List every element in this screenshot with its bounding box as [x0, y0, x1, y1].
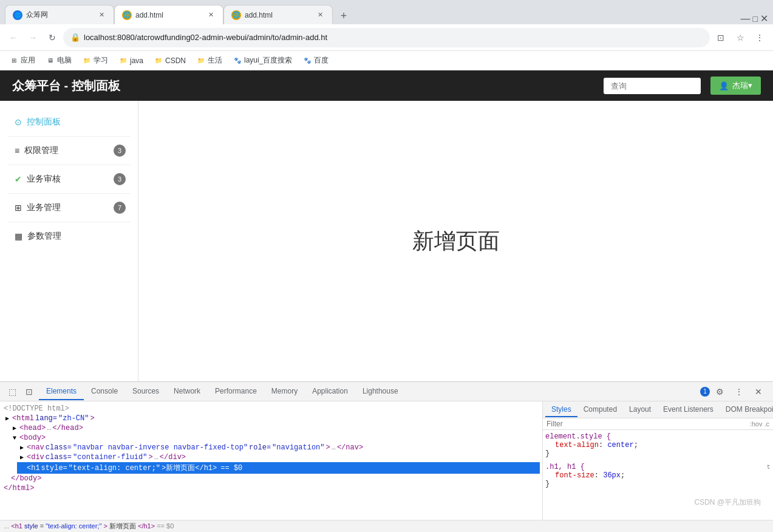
bookmark-java[interactable]: 📁 java — [114, 54, 148, 67]
devtools-tab-lighthouse[interactable]: Lighthouse — [355, 383, 406, 400]
user-icon: 👤 — [719, 81, 729, 90]
bookmark-study[interactable]: 📁 学习 — [78, 53, 113, 68]
body-expand[interactable]: ▼ — [11, 434, 18, 442]
sidebar-label-business-mgmt: 业务管理 — [27, 202, 61, 213]
search-input[interactable] — [604, 78, 701, 94]
new-tab-button[interactable]: + — [335, 7, 352, 24]
tab-2[interactable]: 🌐 add.html ✕ — [114, 5, 223, 24]
head-expand[interactable]: ▶ — [11, 425, 18, 432]
devtools-tab-bar: ⬚ ⊡ Elements Console Sources Network Per… — [0, 382, 773, 401]
bookmark-layui-label: layui_百度搜索 — [244, 55, 292, 66]
style-rule-element: element.style { text-align: center; } — [545, 432, 771, 458]
bookmark-baidu-label: 百度 — [314, 55, 329, 66]
devtools-html-panel[interactable]: <!DOCTYPE html> ▶ <html lang= "zh-CN" > … — [0, 401, 542, 520]
tab-close-3[interactable]: ✕ — [315, 10, 325, 20]
sidebar-label-dashboard: 控制面板 — [27, 117, 61, 128]
forward-button[interactable]: → — [24, 29, 41, 46]
main-content: 新增页面 — [138, 101, 773, 381]
close-icon[interactable]: ✕ — [760, 13, 768, 24]
devtools-tab-sources[interactable]: Sources — [125, 383, 166, 400]
bookmark-csdn[interactable]: 📁 CSDN — [149, 54, 191, 67]
bookmark-layui[interactable]: 🐾 layui_百度搜索 — [228, 53, 297, 68]
bookmark-computer-label: 电脑 — [57, 55, 72, 66]
csdn-folder-icon: 📁 — [154, 56, 163, 65]
tab-favicon-3: 🌐 — [231, 10, 241, 20]
style-source: t — [766, 463, 771, 471]
study-folder-icon: 📁 — [83, 56, 91, 65]
right-tab-layout[interactable]: Layout — [623, 403, 657, 417]
style-rule-h1: .h1, h1 { t font-size: 36px; } — [545, 463, 771, 488]
tab-favicon-2: 🌐 — [122, 10, 132, 20]
styles-filter-input[interactable] — [547, 420, 747, 428]
html-expand[interactable]: ▶ — [4, 415, 11, 422]
baidu-icon: 🐾 — [303, 56, 312, 65]
back-button[interactable]: ← — [5, 29, 22, 46]
devtools-tab-memory[interactable]: Memory — [264, 383, 305, 400]
security-icon: 🔒 — [70, 33, 80, 42]
tab-close-1[interactable]: ✕ — [97, 10, 106, 20]
devtools-tab-network[interactable]: Network — [166, 383, 208, 400]
html-line-body-close: </body> — [10, 474, 540, 483]
tab-3[interactable]: 🌐 add.html ✕ — [223, 5, 333, 24]
sidebar-item-params-mgmt[interactable]: ▦ 参数管理 — [7, 225, 131, 248]
tab-1[interactable]: 🌐 众筹网 ✕ — [5, 5, 114, 24]
devtools-close-icon[interactable]: ✕ — [751, 384, 766, 399]
devtools-panel: ⬚ ⊡ Elements Console Sources Network Per… — [0, 381, 773, 532]
nav-expand[interactable]: ▶ — [18, 444, 26, 451]
html-line-h1[interactable]: <h1 style= "text-align: center;" >新增页面</… — [17, 462, 540, 474]
notification-badge: 1 — [700, 387, 710, 397]
url-bar[interactable]: 🔒 localhost:8080/atcrowdfunding02-admin-… — [63, 28, 710, 47]
sidebar-item-permissions[interactable]: ≡ 权限管理 3 — [7, 139, 131, 162]
sidebar-label-permissions: 权限管理 — [24, 145, 58, 156]
sidebar-divider-4 — [7, 222, 131, 222]
user-button[interactable]: 👤 杰瑞▾ — [710, 77, 761, 95]
devtools-more-icon[interactable]: ⋮ — [732, 384, 746, 399]
app-navbar: 众筹平台 - 控制面板 👤 杰瑞▾ — [0, 70, 773, 101]
devtools-tab-application[interactable]: Application — [305, 383, 355, 400]
html-line-doctype: <!DOCTYPE html> — [2, 404, 540, 414]
html-line-head[interactable]: ▶ <head> … </head> — [10, 423, 540, 433]
pseudo-hint[interactable]: :hov .c — [750, 420, 769, 428]
sidebar-item-business-review[interactable]: ✔ 业务审核 3 — [7, 168, 131, 191]
bookmark-apps[interactable]: ⊞ 应用 — [5, 53, 40, 68]
bookmark-apps-label: 应用 — [21, 55, 35, 66]
life-folder-icon: 📁 — [197, 56, 205, 65]
devtools-tab-elements[interactable]: Elements — [39, 383, 84, 400]
right-tab-dom-breakpoints[interactable]: DOM Breakpoints — [720, 403, 773, 417]
devtools-tab-performance[interactable]: Performance — [208, 383, 264, 400]
cast-button[interactable]: ⊡ — [712, 29, 729, 46]
right-tab-computed[interactable]: Computed — [577, 403, 623, 417]
maximize-icon[interactable]: □ — [753, 14, 758, 24]
sidebar: ⊙ 控制面板 ≡ 权限管理 3 ✔ 业务审核 3 — [0, 101, 138, 381]
sidebar-label-business-review: 业务审核 — [27, 174, 61, 185]
bookmark-button[interactable]: ☆ — [732, 29, 749, 46]
sidebar-divider-2 — [7, 165, 131, 165]
tab-close-2[interactable]: ✕ — [206, 10, 216, 20]
html-line-html-open[interactable]: ▶ <html lang= "zh-CN" > — [2, 414, 540, 423]
sidebar-item-business-mgmt[interactable]: ⊞ 业务管理 7 — [7, 196, 131, 219]
html-line-body-open[interactable]: ▼ <body> — [10, 433, 540, 443]
html-line-nav[interactable]: ▶ <nav class= "navbar navbar-inverse nav… — [17, 443, 540, 452]
bookmark-baidu[interactable]: 🐾 百度 — [298, 53, 333, 68]
div-expand[interactable]: ▶ — [18, 454, 26, 461]
devtools-bottom-bar: ... <h1 style = "text-align: center;" > … — [0, 520, 773, 532]
right-panel-tabs: Styles Computed Layout Event Listeners D… — [543, 401, 773, 418]
right-tab-styles[interactable]: Styles — [545, 403, 577, 417]
devtools-responsive-icon[interactable]: ⊡ — [22, 384, 36, 399]
browser-window: 🌐 众筹网 ✕ 🌐 add.html ✕ 🌐 add.html ✕ + — □ … — [0, 0, 773, 532]
menu-button[interactable]: ⋮ — [751, 29, 768, 46]
refresh-button[interactable]: ↻ — [44, 29, 61, 46]
html-line-div-container[interactable]: ▶ <div class= "container-fluid" > … </di… — [17, 452, 540, 462]
tab-favicon-1: 🌐 — [13, 10, 22, 20]
sidebar-label-params-mgmt: 参数管理 — [27, 231, 61, 242]
devtools-settings-icon[interactable]: ⚙ — [712, 384, 727, 399]
minimize-icon[interactable]: — — [741, 13, 751, 24]
bookmark-computer[interactable]: 🖥 电脑 — [41, 53, 77, 68]
sidebar-item-dashboard[interactable]: ⊙ 控制面板 — [7, 111, 131, 134]
devtools-inspect-icon[interactable]: ⬚ — [5, 384, 19, 399]
right-tab-event-listeners[interactable]: Event Listeners — [657, 403, 720, 417]
devtools-tab-console[interactable]: Console — [84, 383, 125, 400]
bookmark-life[interactable]: 📁 生活 — [192, 53, 227, 68]
business-mgmt-badge: 7 — [114, 202, 126, 214]
devtools-body: <!DOCTYPE html> ▶ <html lang= "zh-CN" > … — [0, 401, 773, 520]
